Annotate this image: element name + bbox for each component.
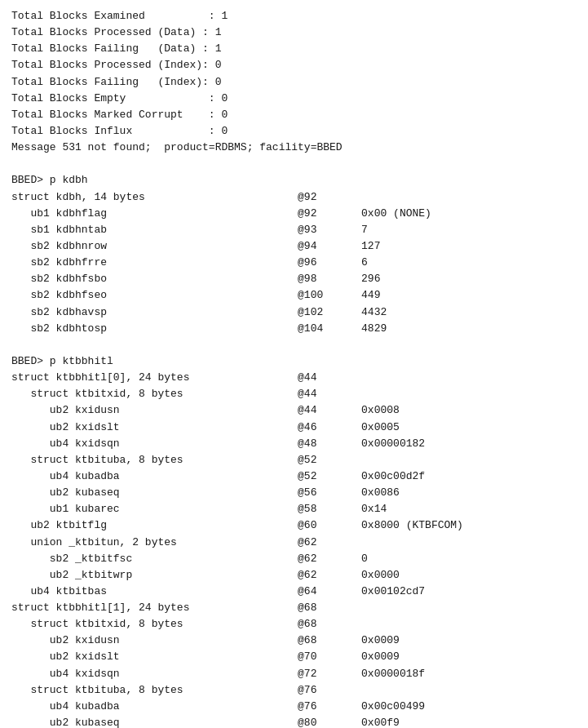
terminal-line: Total Blocks Empty : 0	[11, 92, 228, 104]
terminal-line: ub2 _ktbitwrp @62 0x0000	[11, 569, 400, 581]
terminal-line: sb2 kdbhnrow @94 127	[11, 240, 380, 252]
terminal-line: Total Blocks Marked Corrupt : 0	[11, 109, 228, 121]
terminal-line: sb2 _ktbitfsc @62 0	[11, 553, 368, 565]
terminal-line: ub2 kxidslt @70 0x0009	[11, 650, 400, 663]
terminal-line: Total Blocks Influx : 0	[11, 125, 228, 137]
terminal-line: struct ktbitxid, 8 bytes @68	[11, 618, 316, 630]
terminal-line: struct ktbituba, 8 bytes @76	[11, 684, 316, 696]
terminal-line: ub2 kxidusn @68 0x0009	[11, 634, 400, 646]
terminal-line: ub4 kxidsqn @72 0x0000018f	[11, 668, 425, 680]
terminal-line: BBED> p ktbbhitl	[11, 355, 113, 367]
terminal-line: Message 531 not found; product=RDBMS; fa…	[11, 141, 343, 153]
terminal-line: ub4 kubadba @52 0x00c00d2f	[11, 470, 425, 482]
terminal-line: Total Blocks Failing (Index): 0	[11, 76, 221, 88]
terminal-line: ub2 kxidusn @44 0x0008	[11, 404, 400, 416]
terminal-line: ub1 kubarec @58 0x14	[11, 503, 387, 515]
terminal-line: ub2 ktbitflg @60 0x8000 (KTBFCOM)	[11, 519, 463, 531]
terminal-output: Total Blocks Examined : 1 Total Blocks P…	[11, 8, 577, 728]
terminal-line: sb2 kdbhtosp @104 4829	[11, 322, 387, 335]
terminal-line: sb2 kdbhfsbo @98 296	[11, 273, 380, 285]
terminal-line: ub1 kdbhflag @92 0x00 (NONE)	[11, 207, 431, 220]
terminal-line: ub2 kubaseq @56 0x0086	[11, 486, 400, 499]
terminal-line: ub4 ktbitbas @64 0x00102cd7	[11, 585, 425, 597]
terminal-line: Total Blocks Processed (Index): 0	[11, 59, 221, 71]
terminal-line: Total Blocks Examined : 1	[11, 10, 228, 22]
terminal-line: ub4 kxidsqn @48 0x00000182	[11, 437, 425, 450]
terminal-line: ub4 kubadba @76 0x00c00499	[11, 700, 425, 712]
terminal-line: struct ktbituba, 8 bytes @52	[11, 454, 316, 466]
terminal-line: struct ktbbhitl[1], 24 bytes @68	[11, 601, 316, 614]
terminal-line: sb2 kdbhfrre @96 6	[11, 256, 368, 269]
terminal-line: struct ktbitxid, 8 bytes @44	[11, 388, 316, 400]
terminal-line: sb2 kdbhavsp @102 4432	[11, 306, 387, 318]
terminal-line: struct kdbh, 14 bytes @92	[11, 191, 316, 203]
terminal-line: ub2 kubaseq @80 0x00f9	[11, 717, 400, 728]
terminal-line: Total Blocks Processed (Data) : 1	[11, 26, 221, 38]
terminal-line: sb2 kdbhfseo @100 449	[11, 289, 380, 301]
terminal-line: struct ktbbhitl[0], 24 bytes @44	[11, 371, 316, 384]
terminal-line: BBED> p kdbh	[11, 174, 88, 186]
terminal-line: Total Blocks Failing (Data) : 1	[11, 42, 221, 55]
terminal-line: ub2 kxidslt @46 0x0005	[11, 421, 400, 433]
terminal-line: sb1 kdbhntab @93 7	[11, 224, 368, 236]
terminal-line: union _ktbitun, 2 bytes @62	[11, 536, 316, 548]
